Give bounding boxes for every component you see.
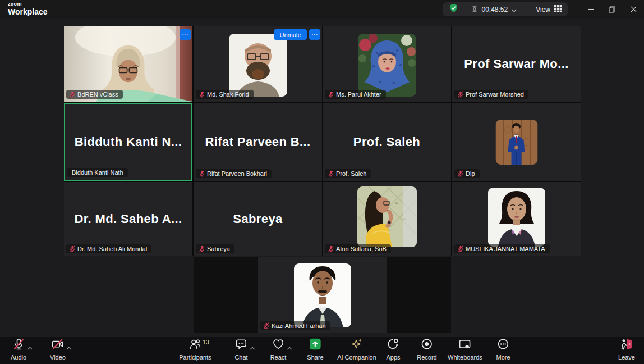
toolbar-label: Participants [179,354,211,361]
participant-nameplate: MUSFIKA JANNAT MAMATA [454,244,550,253]
tile-controls: ··· [180,29,191,40]
toolbar-label: React [270,354,287,361]
timer-icon [472,4,477,15]
toolbar-record-button[interactable]: Record [417,340,436,361]
participant-nameplate: Prof Sarwar Morshed [454,90,528,99]
muted-mic-icon [458,245,463,252]
chevron-up-icon[interactable] [250,342,255,352]
toolbar-leave-button[interactable]: Leave [618,340,635,361]
toolbar-apps-button[interactable]: Apps [386,340,400,361]
muted-mic-icon [199,245,205,252]
toolbar-chat-button[interactable]: Chat [234,340,247,361]
participant-nameplate: Afrin Sultana, SoB [325,244,391,253]
restore-button[interactable] [601,0,623,19]
participant-name-label: Md. Shak Forid [207,91,249,98]
participants-icon [188,338,201,353]
participant-name-label: Prof Sarwar Morshed [466,91,524,98]
participant-tile-afrin-sultana-sob[interactable]: Afrin Sultana, SoB [323,182,451,256]
participant-tile-prof-sarwar-morshed[interactable]: Prof Sarwar Mo...Prof Sarwar Morshed [452,26,581,102]
participant-name-label: Dip [466,170,475,177]
chevron-down-icon[interactable] [512,4,517,15]
participant-tile-dip[interactable]: Dip [452,103,581,181]
participant-tile-dr-md-saheb-ali-mondal[interactable]: Dr. Md. Saheb A...Dr. Md. Saheb Ali Mond… [64,182,192,256]
zoom-meeting-window: zoom Workplace 00:48:52 View [0,0,644,364]
participant-nameplate: Md. Shak Forid [196,90,254,99]
participant-tile-bidduth-kanti-nath[interactable]: Bidduth Kanti N...Bidduth Kanti Nath [64,103,192,181]
chevron-up-icon[interactable] [287,342,292,352]
gallery-view-grid-icon[interactable] [554,4,562,15]
zoom-workplace-logo: zoom Workplace [8,2,48,16]
toolbar-label: Whiteboards [448,354,482,361]
chevron-up-icon[interactable] [27,342,32,352]
participant-name-label: Ms. Parul Akhter [336,91,381,98]
toolbar-whiteboards-button[interactable]: Whiteboards [448,340,482,361]
muted-mic-icon [458,91,463,98]
toolbar-audio-button[interactable]: Audio [11,340,26,361]
toolbar-participants-button[interactable]: 13Participants [179,340,211,361]
participant-name-label: Kazi Ahmed Farhan [272,322,326,329]
participant-name-label: Prof. Saleh [336,170,366,177]
toolbar-video-button[interactable]: Video [50,340,66,361]
meeting-timer: 00:48:52 [481,6,508,13]
leave-icon [620,338,633,353]
muted-mic-icon [328,170,334,177]
muted-mic-icon [70,91,75,98]
titlebar: zoom Workplace 00:48:52 View [0,0,644,19]
muted-mic-icon [458,170,463,177]
participant-tile-kazi-ahmed-farhan[interactable]: Kazi Ahmed Farhan [258,257,387,333]
participant-name-label: Dr. Md. Saheb Ali Mondal [77,245,147,252]
participant-nameplate: Sabreya [196,244,234,253]
tile-more-options-button[interactable]: ··· [309,29,320,40]
chat-icon [235,338,248,353]
participants-count-badge: 13 [203,339,209,345]
close-button[interactable] [623,0,644,19]
participant-nameplate: Kazi Ahmed Farhan [260,321,330,330]
toolbar-react-button[interactable]: React [270,340,287,361]
meeting-info-pill[interactable]: 00:48:52 View [443,2,568,16]
participant-name-label: MUSFIKA JANNAT MAMATA [466,245,545,252]
tile-controls: Unmute··· [274,29,320,40]
participant-nameplate: Prof. Saleh [325,169,371,178]
participant-name-label: Rifat Parveen Bokhari [207,170,267,177]
avatar [495,120,537,165]
toolbar-label: Audio [11,354,26,361]
avatar [294,263,351,327]
tile-more-options-button[interactable]: ··· [180,29,191,40]
whiteboard-icon [458,338,471,353]
muted-mic-icon [199,91,205,98]
more-icon [497,338,510,353]
shield-check-icon [449,3,458,15]
unmute-button[interactable]: Unmute [274,29,307,40]
record-icon [421,338,434,353]
participant-tile-ms-parul-akhter[interactable]: Ms. Parul Akhter [323,26,451,102]
toolbar-more-button[interactable]: More [496,340,510,361]
participant-tile-md-shak-forid[interactable]: Md. Shak ForidUnmute··· [194,26,322,102]
brand-workplace: Workplace [8,8,48,16]
muted-mic-icon [199,170,205,177]
sparkle-icon [351,338,364,353]
heart-icon [272,338,285,353]
toolbar-share-button[interactable]: Share [307,340,323,361]
participant-name-label: Afrin Sultana, SoB [336,245,387,252]
participant-tile-rifat-parveen-bokhari[interactable]: Rifat Parveen B...Rifat Parveen Bokhari [194,103,322,181]
participant-tile-musfika-jannat-mamata[interactable]: MUSFIKA JANNAT MAMATA [452,182,581,256]
camera-muted-icon [52,338,65,353]
toolbar-label: Video [50,354,66,361]
view-button-label[interactable]: View [536,6,550,13]
participant-tile-sabreya[interactable]: SabreyaSabreya [194,182,322,256]
avatar [358,34,416,97]
avatar [229,34,287,97]
participant-nameplate: Bidduth Kanti Nath [67,168,128,177]
chevron-up-icon[interactable] [67,342,72,352]
participant-tile-bdren-vclass[interactable]: BdREN vClass··· [64,26,192,102]
avatar [488,188,545,247]
apps-icon [387,338,399,353]
participant-nameplate: BdREN vClass [66,90,123,99]
muted-mic-icon [70,245,75,252]
participant-tile-prof-saleh[interactable]: Prof. SalehProf. Saleh [323,103,451,181]
participant-nameplate: Dr. Md. Saheb Ali Mondal [66,244,151,253]
mic-muted-icon [12,338,25,353]
minimize-button[interactable] [580,0,601,19]
toolbar-ai-companion-button[interactable]: AI Companion [337,340,376,361]
share-screen-icon [309,338,321,353]
